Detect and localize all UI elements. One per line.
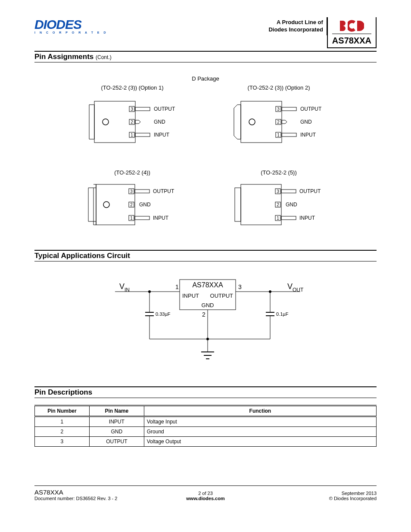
package-row-2: (TO-252-2 (4)) 3 2 1 <box>34 169 377 228</box>
svg-text:OUTPUT: OUTPUT <box>153 188 174 194</box>
c2-label: 0.1µF <box>276 311 289 317</box>
bcd-b-icon <box>339 20 347 32</box>
td-func: Voltage Output <box>144 437 376 447</box>
svg-text:1: 1 <box>277 216 279 221</box>
svg-rect-33 <box>235 188 241 221</box>
svg-text:INPUT: INPUT <box>299 215 315 221</box>
svg-point-8 <box>249 119 255 125</box>
footer-center: 2 of 23 www.diodes.com <box>149 491 263 501</box>
svg-text:OUTPUT: OUTPUT <box>299 188 321 194</box>
table-row: 1 INPUT Voltage Input <box>35 417 377 427</box>
table-header-row: Pin Number Pin Name Function <box>35 406 377 417</box>
pin-2-label: 2 <box>202 311 206 318</box>
svg-rect-10 <box>282 133 296 137</box>
product-line-2: Diodes Incorporated <box>268 26 323 33</box>
svg-point-1 <box>103 119 109 125</box>
pkg-diagram-opt1: 3 2 1 OUTPUT GND INPUT <box>85 96 180 148</box>
svg-text:OUTPUT: OUTPUT <box>300 106 322 112</box>
th-pin-number: Pin Number <box>35 406 90 417</box>
svg-rect-9 <box>282 107 296 111</box>
section-typical-app: Typical Applications Circuit <box>34 250 377 261</box>
th-pin-name: Pin Name <box>89 406 144 417</box>
chip-input-label: INPUT <box>182 292 199 299</box>
svg-rect-22 <box>135 190 149 193</box>
td-func: Voltage Input <box>144 417 376 427</box>
td-num: 2 <box>35 427 90 437</box>
chip-label: AS78XXA <box>192 281 223 289</box>
footer-left: AS78XXA Document number: DS36562 Rev. 3 … <box>34 488 149 501</box>
vout-label: V <box>287 282 293 291</box>
pkg-label: (TO-252-2 (3)) (Option 2) <box>231 84 326 91</box>
footer-copy: © Diodes Incorporated <box>329 496 377 501</box>
td-func: Ground <box>144 427 376 437</box>
td-name: GND <box>89 427 144 437</box>
chip-output-label: OUTPUT <box>210 292 234 299</box>
svg-rect-35 <box>281 190 296 193</box>
header-right: A Product Line of Diodes Incorporated AS… <box>268 17 377 48</box>
svg-text:2: 2 <box>130 202 133 207</box>
td-name: OUTPUT <box>89 437 144 447</box>
package-5: (TO-252-2 (5)) 3 2 1 OUTPUT GND <box>231 169 326 228</box>
section-pin-descriptions: Pin Descriptions <box>34 386 377 398</box>
pin-descriptions-table: Pin Number Pin Name Function 1 INPUT Vol… <box>34 405 377 447</box>
footer-part: AS78XXA <box>34 488 63 496</box>
svg-rect-2 <box>135 107 150 111</box>
bcd-d-icon <box>356 20 364 32</box>
pkg-diagram-4: 3 2 1 OUTPUT GND INPUT <box>85 181 180 228</box>
c1-label: 0.33µF <box>156 311 171 317</box>
package-opt2: (TO-252-2 (3)) (Option 2) 3 2 <box>231 84 326 148</box>
section-cont: (Cont.) <box>96 54 112 60</box>
pin-name-output: OUTPUT <box>154 106 175 112</box>
pin-num-2: 2 <box>131 120 133 124</box>
section-title-text: Pin Descriptions <box>34 388 92 396</box>
table-row: 3 OUTPUT Voltage Output <box>35 437 377 447</box>
pin-num-1: 1 <box>131 133 133 137</box>
footer-page: 2 of 23 <box>198 491 213 496</box>
app-circuit-diagram: V IN 1 AS78XXA INPUT OUTPUT GND 3 V OUT … <box>34 274 377 369</box>
pin-num-3: 3 <box>131 107 133 112</box>
pkg-label: (TO-252-2 (4)) <box>85 169 180 176</box>
bcd-c-icon <box>348 20 355 32</box>
logo-subtext: I N C O R P O R A T E D <box>34 31 108 34</box>
svg-text:2: 2 <box>277 120 280 124</box>
section-title-text: Pin Assignments <box>34 53 93 61</box>
footer-right: September 2013 © Diodes Incorporated <box>262 491 377 501</box>
svg-text:INPUT: INPUT <box>300 132 316 138</box>
vin-sub: IN <box>125 287 130 293</box>
svg-rect-36 <box>281 216 296 220</box>
th-function: Function <box>144 406 376 417</box>
diodes-logo: DIODES I N C O R P O R A T E D <box>34 17 108 34</box>
vout-sub: OUT <box>293 287 304 293</box>
pin-1-label: 1 <box>175 283 179 290</box>
svg-text:GND: GND <box>139 202 151 208</box>
page-footer: AS78XXA Document number: DS36562 Rev. 3 … <box>34 485 377 501</box>
pkg-label: (TO-252-2 (5)) <box>231 169 326 176</box>
table-row: 2 GND Ground <box>35 427 377 437</box>
td-num: 1 <box>35 417 90 427</box>
td-name: INPUT <box>89 417 144 427</box>
svg-rect-3 <box>135 133 150 137</box>
package-diagrams: D Package (TO-252-2 (3)) (Option 1) <box>34 75 377 228</box>
svg-rect-23 <box>135 216 149 220</box>
pin-3-label: 3 <box>238 283 242 290</box>
page-header: DIODES I N C O R P O R A T E D A Product… <box>34 17 377 48</box>
d-package-title: D Package <box>34 75 377 82</box>
svg-text:2: 2 <box>277 202 279 207</box>
svg-text:3: 3 <box>130 189 133 194</box>
svg-text:3: 3 <box>277 107 280 112</box>
pin-name-gnd: GND <box>154 119 165 125</box>
footer-url: www.diodes.com <box>186 496 224 501</box>
package-4: (TO-252-2 (4)) 3 2 1 <box>85 169 180 228</box>
td-num: 3 <box>35 437 90 447</box>
footer-date: September 2013 <box>342 491 377 496</box>
svg-text:1: 1 <box>130 216 133 221</box>
svg-text:GND: GND <box>286 202 297 208</box>
svg-text:3: 3 <box>277 189 279 194</box>
package-opt1: (TO-252-2 (3)) (Option 1) <box>85 84 180 148</box>
section-pin-assignments: Pin Assignments (Cont.) <box>34 51 377 62</box>
pin-name-input: INPUT <box>154 132 170 138</box>
svg-text:GND: GND <box>300 119 312 125</box>
bcd-logo <box>332 20 371 32</box>
logo-text: DIODES <box>34 17 108 32</box>
vin-label: V <box>119 282 125 291</box>
